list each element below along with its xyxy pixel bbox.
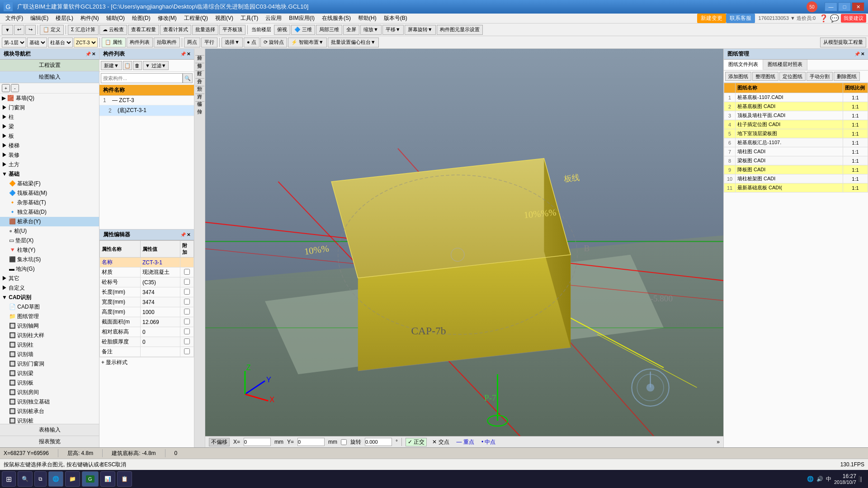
tray-show-desktop-btn[interactable]: |	[859, 476, 863, 482]
app2-btn[interactable]: 📋	[117, 471, 132, 487]
menu-draw[interactable]: 绘图(D)	[128, 14, 154, 23]
support-btn[interactable]: 我要建议	[841, 14, 866, 23]
component-select[interactable]: ZCT-3	[74, 38, 98, 47]
delete-drawing-btn[interactable]: 删除图纸	[834, 72, 860, 81]
dwg-row-1[interactable]: 1 桩基底板-1107.CADI 1:1	[724, 93, 868, 102]
menu-tools[interactable]: 工具(T)	[237, 14, 262, 23]
tree-item-found-id[interactable]: 🔲 识别独立基础	[0, 397, 99, 407]
comp-copy-btn[interactable]: 📋	[123, 61, 132, 70]
dwg-row-3[interactable]: 3 顶板及墙柱平面.CADI 1:1	[724, 111, 868, 120]
tree-item-curtain[interactable]: ▶ 🧱 幕墙(Q)	[0, 94, 99, 103]
menu-edit[interactable]: 编辑(E)	[27, 14, 52, 23]
tree-item-stair[interactable]: ▶ 楼梯	[0, 141, 99, 150]
tb-prop-btn[interactable]: 📋 属性	[102, 38, 126, 47]
attr-cell-ht-value[interactable]: 1000	[141, 307, 180, 317]
vt-merge-label[interactable]: 合并	[196, 72, 203, 77]
tree-item-dwg-mgmt[interactable]: 📁 图纸管理	[0, 312, 99, 321]
vt-trim-label[interactable]: 修剪	[196, 56, 203, 62]
nooffset-btn[interactable]: 不偏移	[209, 438, 230, 446]
coord-expand-btn[interactable]: »	[717, 439, 720, 445]
tree-item-earth[interactable]: ▶ 土方	[0, 160, 99, 169]
intersect-btn[interactable]: ✕ 交点	[430, 438, 451, 446]
attr-cell-form-attach[interactable]	[180, 337, 194, 347]
tb-sum-btn[interactable]: Σ 汇总计算	[68, 25, 99, 35]
attr-cell-note-value[interactable]	[141, 347, 180, 357]
menu-version[interactable]: 版本号(B)	[380, 14, 411, 23]
tree-item-column-cap[interactable]: 🔻 柱墩(Y)	[0, 245, 99, 255]
coord-y-input[interactable]	[297, 438, 325, 446]
coord-x-input[interactable]	[244, 438, 271, 446]
centerpt-btn[interactable]: • 中点	[480, 438, 498, 446]
attr-cell-wid-attach[interactable]	[180, 297, 194, 307]
midpt-btn[interactable]: — 重点	[455, 438, 476, 446]
tree-item-other[interactable]: ▶ 其它	[0, 274, 99, 283]
attr-close-btn[interactable]: ✕	[187, 232, 190, 237]
tb-smart-btn[interactable]: ⚡ 智能布置▼	[288, 38, 327, 47]
tree-expand-btn[interactable]: +	[2, 84, 10, 92]
tree-item-slab-id[interactable]: 🔲 识别板	[0, 378, 99, 388]
add-drawing-btn[interactable]: 添加图纸	[725, 72, 751, 81]
tb-batch-offset-btn[interactable]: 批量设置偏心柱台▼	[328, 38, 379, 47]
menu-new-change[interactable]: 新建变更	[697, 14, 726, 23]
attr-cell-note-attach[interactable]	[180, 347, 194, 357]
viewport-canvas[interactable]: 10%% 10%%% B CAP-7b P-7 板线 -5.800	[205, 49, 723, 447]
vt-pull-label[interactable]: 拉伸	[196, 103, 203, 108]
tree-item-beam-id[interactable]: 🔲 识别梁	[0, 369, 99, 378]
dwg-row-11[interactable]: 11 最新基础底板 CADI( 1:1	[724, 183, 868, 192]
tb-view-calc-btn[interactable]: 查看计算式	[160, 25, 191, 35]
project-settings-btn[interactable]: 工程设置	[0, 60, 99, 71]
tree-item-pit[interactable]: ⬛ 集水坑(S)	[0, 255, 99, 264]
menu-online[interactable]: 在线服务(S)	[318, 14, 354, 23]
attr-cell-mat-value[interactable]: 现浇混凝土	[141, 267, 180, 277]
menu-floor[interactable]: 楼层(L)	[52, 14, 77, 23]
app1-btn[interactable]: 📊	[100, 471, 115, 487]
tb-display-btn[interactable]: 构件图元显示设置	[437, 25, 483, 35]
report-preview-btn[interactable]: 报表预览	[0, 436, 99, 447]
tree-item-col-id[interactable]: 🔲 识别柱	[0, 340, 99, 350]
rotate-checkbox[interactable]	[341, 439, 347, 445]
menu-bim[interactable]: BIM应用(I)	[285, 14, 318, 23]
menu-cloud[interactable]: 云应用	[262, 14, 285, 23]
tb-rotate-btn[interactable]: 屏幕旋转▼	[405, 25, 436, 35]
tb-new-btn[interactable]: ▼	[2, 25, 13, 35]
dwg-row-2[interactable]: 2 桩基底板图 CADI 1:1	[724, 102, 868, 111]
dwg-row-7[interactable]: 7 墙柱图 CADI 1:1	[724, 147, 868, 156]
tree-item-slab[interactable]: ▶ 板	[0, 131, 99, 141]
comp-filter-btn[interactable]: ▼ 过滤▼	[143, 61, 169, 70]
tree-item-trench[interactable]: ▬ 地沟(G)	[0, 264, 99, 274]
rotate-input[interactable]	[365, 438, 392, 446]
tree-item-found-beam[interactable]: 🔶 基础梁(F)	[0, 179, 99, 188]
attr-cell-grade-attach[interactable]	[180, 277, 194, 287]
tree-item-axis[interactable]: 🔲 识别轴网	[0, 321, 99, 331]
vt-extend-label[interactable]: 延伸	[196, 49, 203, 54]
help-icon[interactable]: ❓	[819, 14, 828, 23]
attr-cell-name-value[interactable]: ZCT-3-1	[141, 258, 180, 267]
attr-pin-btn[interactable]: 📌	[180, 232, 186, 237]
tree-item-cad[interactable]: ▼ CAD识别	[0, 293, 99, 302]
gcl-btn[interactable]: G	[82, 471, 99, 487]
tree-item-pile[interactable]: ● 桩(U)	[0, 226, 99, 236]
tree-item-wall-id[interactable]: 🔲 识别墙	[0, 350, 99, 359]
folder-btn[interactable]: 📁	[65, 471, 80, 487]
tree-item-isolated[interactable]: 🔹 独立基础(D)	[0, 207, 99, 217]
tb-define-btn[interactable]: 📋 定义	[40, 25, 64, 35]
attr-cell-form-value[interactable]: 0	[141, 337, 180, 347]
tb-twopts-btn[interactable]: 两点	[184, 38, 200, 47]
tab-drawings-list[interactable]: 图纸文件列表	[724, 60, 763, 70]
tree-item-custom[interactable]: ▶ 自定义	[0, 283, 99, 293]
menu-help[interactable]: 帮助(H)	[354, 14, 380, 23]
tree-item-beam[interactable]: ▶ 梁	[0, 122, 99, 131]
tree-item-pile-id[interactable]: 🔲 识别桩	[0, 416, 99, 424]
tb-batch-select-btn[interactable]: 批量选择	[192, 25, 218, 35]
platform-select[interactable]: 柱基台	[48, 38, 73, 47]
tree-item-cad-sketch[interactable]: 📄 CAD草图	[0, 302, 99, 312]
nav-pin-btn[interactable]: 📌	[85, 52, 91, 56]
tb-top-view-btn[interactable]: 俯视	[274, 25, 290, 35]
tree-item-cushion[interactable]: ▭ 垫层(X)	[0, 236, 99, 245]
vt-print-label[interactable]: 打断	[196, 64, 203, 70]
tb-undo-btn[interactable]: ↩	[14, 25, 24, 35]
close-button[interactable]: ✕	[852, 2, 864, 11]
organize-drawing-btn[interactable]: 整理图纸	[752, 72, 778, 81]
tree-item-decor[interactable]: ▶ 装修	[0, 150, 99, 160]
tree-collapse-btn[interactable]: -	[11, 84, 19, 92]
